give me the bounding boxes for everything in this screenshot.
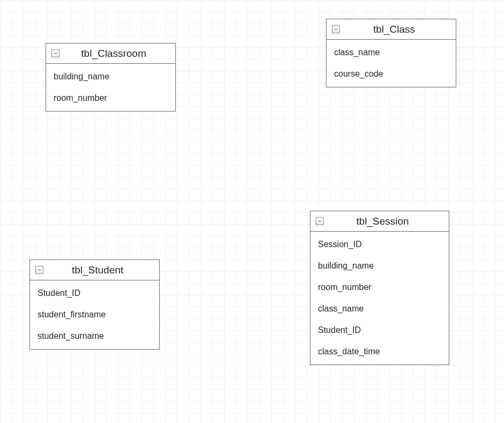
- entity-student[interactable]: − tbl_Student Student_ID student_firstna…: [29, 259, 160, 350]
- attribute[interactable]: student_surname: [30, 325, 159, 347]
- entity-session[interactable]: − tbl_Session Session_ID building_name r…: [310, 211, 449, 365]
- attribute[interactable]: Student_ID: [310, 320, 449, 341]
- entity-body: Session_ID building_name room_number cla…: [310, 232, 449, 365]
- attribute[interactable]: course_code: [327, 63, 456, 85]
- collapse-icon[interactable]: −: [332, 25, 340, 33]
- attribute[interactable]: Session_ID: [310, 234, 449, 255]
- entity-body: building_name room_number: [46, 64, 175, 111]
- entity-title: tbl_Session: [329, 216, 443, 227]
- entity-header[interactable]: − tbl_Session: [310, 211, 449, 232]
- attribute[interactable]: class_date_time: [310, 341, 449, 362]
- entity-body: class_name course_code: [327, 40, 456, 87]
- entity-header[interactable]: − tbl_Classroom: [46, 43, 175, 64]
- collapse-icon[interactable]: −: [35, 266, 43, 274]
- entity-header[interactable]: − tbl_Student: [30, 260, 159, 280]
- attribute[interactable]: Student_ID: [30, 283, 159, 304]
- entity-title: tbl_Class: [345, 24, 450, 35]
- entity-header[interactable]: − tbl_Class: [327, 19, 456, 40]
- entity-title: tbl_Classroom: [65, 48, 170, 60]
- collapse-icon[interactable]: −: [316, 217, 324, 225]
- entity-classroom[interactable]: − tbl_Classroom building_name room_numbe…: [46, 43, 176, 112]
- attribute[interactable]: room_number: [46, 87, 175, 109]
- entity-title: tbl_Student: [49, 264, 154, 276]
- entity-body: Student_ID student_firstname student_sur…: [30, 280, 159, 349]
- attribute[interactable]: student_firstname: [30, 304, 159, 325]
- collapse-icon[interactable]: −: [51, 49, 60, 57]
- attribute[interactable]: class_name: [327, 42, 456, 63]
- entity-class[interactable]: − tbl_Class class_name course_code: [326, 19, 456, 87]
- attribute[interactable]: room_number: [310, 277, 449, 298]
- attribute[interactable]: building_name: [46, 66, 175, 87]
- attribute[interactable]: class_name: [310, 298, 449, 320]
- attribute[interactable]: building_name: [310, 255, 449, 277]
- diagram-canvas[interactable]: − tbl_Classroom building_name room_numbe…: [0, 0, 504, 423]
